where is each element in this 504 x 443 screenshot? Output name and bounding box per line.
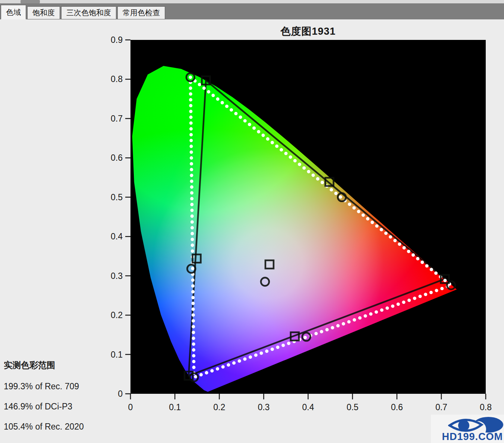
svg-text:0.2: 0.2 [111, 310, 123, 320]
legend-rec709-coverage: 199.3% of Rec. 709 [4, 381, 84, 392]
chart-title: 色度图1931 [130, 25, 486, 38]
measured-gamut-legend: 实测色彩范围 199.3% of Rec. 709 146.9% of DCi-… [4, 359, 84, 442]
svg-text:0.7: 0.7 [111, 114, 123, 123]
legend-heading: 实测色彩范围 [4, 359, 84, 371]
svg-text:0.7: 0.7 [435, 402, 447, 412]
svg-text:0.6: 0.6 [111, 153, 123, 163]
svg-text:0.1: 0.1 [111, 350, 123, 359]
svg-text:0.3: 0.3 [111, 271, 123, 281]
svg-text:0: 0 [128, 402, 133, 412]
svg-text:0.8: 0.8 [111, 74, 123, 84]
svg-text:0.3: 0.3 [258, 402, 270, 412]
hd199-watermark: HD199.COM [431, 415, 504, 443]
svg-text:0.5: 0.5 [347, 402, 359, 412]
svg-text:0.5: 0.5 [111, 192, 123, 202]
svg-text:0.4: 0.4 [111, 232, 123, 241]
watermark-text: HD199.COM [442, 431, 503, 443]
legend-rec2020-coverage: 105.4% of Rec. 2020 [4, 422, 84, 432]
svg-text:0.2: 0.2 [213, 402, 225, 412]
svg-text:0.9: 0.9 [111, 35, 123, 45]
svg-text:0.4: 0.4 [302, 402, 314, 412]
svg-text:0.1: 0.1 [169, 402, 181, 412]
svg-text:0: 0 [118, 389, 123, 399]
y-axis: 00.10.20.30.40.50.60.70.80.9 [111, 35, 130, 399]
svg-text:0.6: 0.6 [391, 402, 403, 412]
app-window: 色域 饱和度 三次色饱和度 常用色检查 00.10.20.30.40.50.60… [0, 0, 504, 443]
svg-text:0.8: 0.8 [480, 402, 492, 412]
legend-dcip3-coverage: 146.9% of DCi-P3 [4, 402, 84, 412]
x-axis: 00.10.20.30.40.50.60.70.8 [128, 394, 492, 412]
